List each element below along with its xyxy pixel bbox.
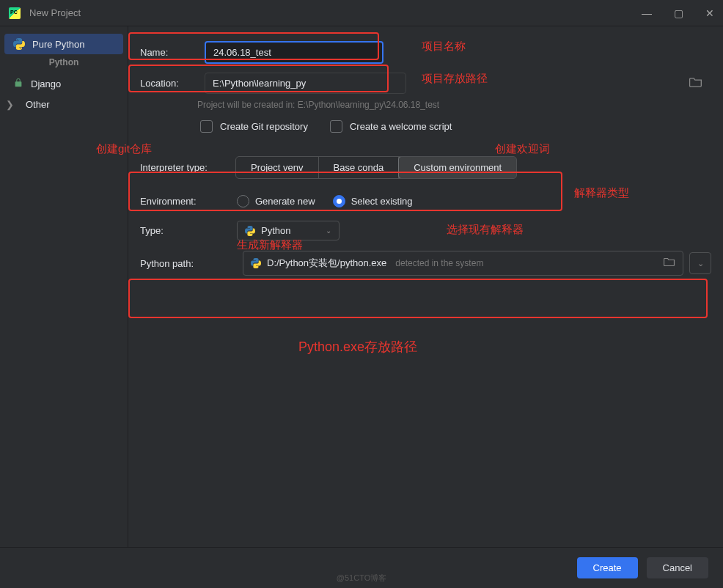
folder-icon[interactable] xyxy=(664,256,675,271)
sidebar-item-other[interactable]: ❯ Other xyxy=(0,95,128,114)
python-icon xyxy=(251,258,261,268)
type-value: Python xyxy=(261,225,290,236)
sidebar-item-pure-python[interactable]: Pure Python xyxy=(4,34,123,54)
sidebar-item-django[interactable]: Django xyxy=(0,73,128,95)
type-dropdown[interactable]: Python ⌄ xyxy=(237,221,340,240)
radio-generate-new[interactable] xyxy=(237,195,249,207)
lock-icon xyxy=(13,78,23,90)
segment-custom-env[interactable]: Custom environment xyxy=(398,156,517,179)
create-button[interactable]: Create xyxy=(577,557,638,578)
segment-base-conda[interactable]: Base conda xyxy=(319,157,400,178)
python-icon xyxy=(245,226,255,236)
radio-select-existing-label: Select existing xyxy=(351,196,413,207)
minimize-button[interactable]: — xyxy=(642,7,652,19)
main-panel: Name: Location: Project will be created … xyxy=(128,26,723,547)
python-path-input[interactable]: D:/Python安装包/python.exe detected in the … xyxy=(243,251,683,276)
interpreter-type-label: Interpreter type: xyxy=(140,162,235,173)
sidebar: Pure Python Python Django ❯ Other xyxy=(0,26,128,547)
radio-select-existing[interactable] xyxy=(333,195,345,207)
type-label: Type: xyxy=(140,225,237,236)
sidebar-heading: Python xyxy=(0,54,128,73)
chevron-right-icon: ❯ xyxy=(6,99,14,110)
create-git-checkbox[interactable] xyxy=(200,120,213,133)
interpreter-type-segmented: Project venv Base conda Custom environme… xyxy=(235,156,517,179)
sidebar-item-label: Django xyxy=(31,78,61,89)
title-bar: New Project — ▢ ✕ xyxy=(0,0,723,26)
python-path-label: Python path: xyxy=(140,258,237,269)
location-label: Location: xyxy=(140,78,205,89)
cancel-button[interactable]: Cancel xyxy=(647,557,708,578)
watermark: @51CTO博客 xyxy=(337,573,386,584)
create-welcome-label: Create a welcome script xyxy=(350,121,452,132)
name-input[interactable] xyxy=(205,41,383,64)
create-git-label: Create Git repository xyxy=(220,121,308,132)
radio-generate-new-label: Generate new xyxy=(255,196,315,207)
creation-hint: Project will be created in: E:\Python\le… xyxy=(140,100,711,110)
name-label: Name: xyxy=(140,47,205,58)
python-icon xyxy=(13,38,25,50)
chevron-down-icon: ⌄ xyxy=(697,259,704,268)
python-path-value: D:/Python安装包/python.exe xyxy=(267,257,386,270)
window-title: New Project xyxy=(29,7,642,18)
sidebar-item-label: Other xyxy=(26,99,50,110)
sidebar-item-label: Pure Python xyxy=(32,39,85,50)
annotation-python-path: Python.exe存放路径 xyxy=(298,338,417,356)
environment-label: Environment: xyxy=(140,196,237,207)
create-welcome-checkbox[interactable] xyxy=(330,120,342,133)
detected-label: detected in the system xyxy=(395,258,483,268)
segment-project-venv[interactable]: Project venv xyxy=(236,157,319,178)
pycharm-icon xyxy=(9,7,21,19)
maximize-button[interactable]: ▢ xyxy=(674,7,683,19)
folder-icon[interactable] xyxy=(689,76,702,92)
location-input[interactable] xyxy=(205,73,406,94)
path-dropdown-button[interactable]: ⌄ xyxy=(689,252,711,274)
annotation-create-welcome: 创建欢迎词 xyxy=(495,142,550,156)
chevron-down-icon: ⌄ xyxy=(326,227,331,235)
close-button[interactable]: ✕ xyxy=(705,7,714,19)
